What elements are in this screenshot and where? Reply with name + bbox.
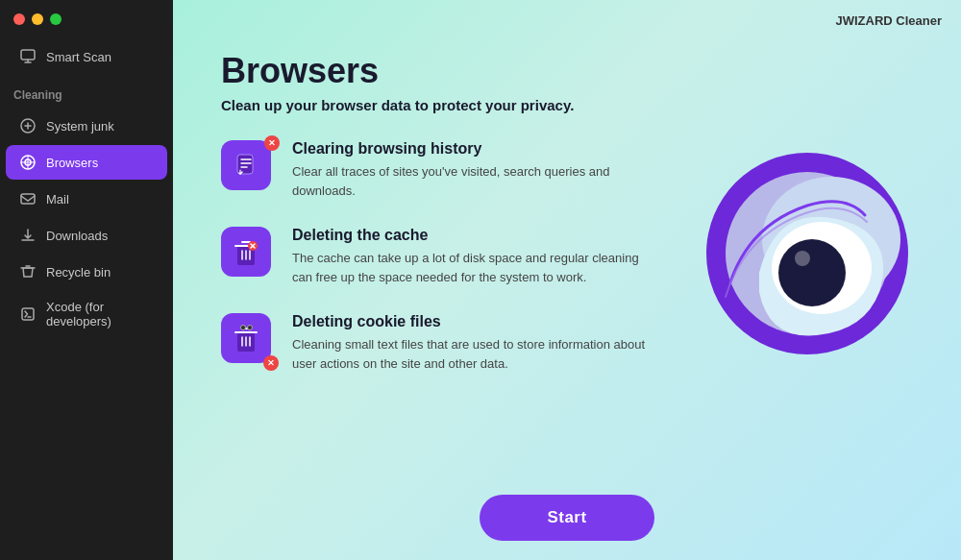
xcode-icon — [19, 305, 37, 323]
downloads-icon — [19, 227, 37, 244]
feature-text-history: Clearing browsing history Clear all trac… — [292, 140, 657, 200]
cache-icon-container — [221, 227, 275, 280]
monitor-icon — [19, 48, 37, 65]
feature-title-cookies: Deleting cookie files — [292, 313, 657, 330]
feature-desc-history: Clear all traces of sites you've visited… — [292, 162, 657, 200]
titlebar — [0, 0, 173, 38]
sidebar-item-system-junk-label: System junk — [46, 119, 114, 134]
svg-point-16 — [795, 251, 810, 266]
maximize-button[interactable] — [50, 13, 62, 25]
feature-item-cache: Deleting the cache The cache can take up… — [221, 227, 682, 286]
cookie-badge: ✕ — [263, 355, 279, 371]
sidebar-item-downloads[interactable]: Downloads — [6, 218, 167, 253]
start-button-container: Start — [173, 485, 961, 560]
sidebar: Smart Scan Cleaning System junk Browsers — [0, 0, 173, 560]
sidebar-item-smart-scan[interactable]: Smart Scan — [6, 39, 167, 74]
svg-rect-6 — [237, 155, 253, 174]
main-content: JWIZARD Cleaner Browsers Clean up your b… — [173, 0, 961, 560]
feature-text-cookies: Deleting cookie files Cleaning small tex… — [292, 313, 657, 373]
page-subtitle: Clean up your browser data to protect yo… — [221, 97, 682, 113]
history-icon-bg — [221, 140, 271, 190]
svg-rect-4 — [21, 194, 35, 204]
sidebar-item-browsers[interactable]: Browsers — [6, 145, 167, 180]
feature-title-cache: Deleting the cache — [292, 227, 657, 244]
close-button[interactable] — [13, 13, 25, 25]
sidebar-item-browsers-label: Browsers — [46, 156, 98, 170]
feature-title-history: Clearing browsing history — [292, 140, 657, 158]
mail-icon — [19, 190, 37, 207]
svg-point-15 — [778, 239, 846, 306]
svg-point-11 — [248, 326, 253, 330]
history-badge: ✕ — [264, 135, 280, 151]
sidebar-item-recycle-bin[interactable]: Recycle bin — [6, 255, 167, 289]
app-title: JWIZARD Cleaner — [835, 13, 942, 28]
main-header: JWIZARD Cleaner — [173, 0, 961, 41]
start-button[interactable]: Start — [480, 495, 653, 541]
feature-item-cookies: ✕ Deleting cookie files Cleaning small t… — [221, 313, 682, 373]
sidebar-item-downloads-label: Downloads — [46, 229, 108, 243]
cache-icon-bg — [221, 227, 271, 277]
cleaning-section-label: Cleaning — [0, 75, 173, 108]
feature-desc-cache: The cache can take up a lot of disk spac… — [292, 249, 657, 286]
feature-text-cache: Deleting the cache The cache can take up… — [292, 227, 657, 286]
feature-item-browsing-history: ✕ Clearing browsing history Clear all tr… — [221, 140, 682, 200]
page-title: Browsers — [221, 51, 682, 91]
main-body: Browsers Clean up your browser data to p… — [173, 41, 961, 485]
content-area: Browsers Clean up your browser data to p… — [221, 51, 682, 466]
browser-illustration — [702, 148, 913, 359]
sidebar-item-mail[interactable]: Mail — [6, 182, 167, 216]
sidebar-item-xcode-label: Xcode (for developers) — [46, 300, 154, 329]
feature-desc-cookies: Cleaning small text files that are used … — [292, 335, 657, 373]
recycle-bin-icon — [19, 263, 37, 280]
sidebar-item-smart-scan-label: Smart Scan — [46, 50, 111, 64]
cookie-icon-bg — [221, 313, 271, 363]
minimize-button[interactable] — [32, 13, 43, 25]
svg-rect-0 — [21, 50, 35, 60]
feature-list: ✕ Clearing browsing history Clear all tr… — [221, 140, 682, 373]
sidebar-item-xcode[interactable]: Xcode (for developers) — [6, 291, 167, 337]
sidebar-item-recycle-bin-label: Recycle bin — [46, 265, 111, 280]
system-junk-icon — [19, 117, 37, 134]
browsers-icon — [19, 154, 37, 171]
sidebar-item-mail-label: Mail — [46, 192, 69, 207]
svg-point-10 — [241, 326, 246, 330]
history-icon-container: ✕ — [221, 140, 275, 194]
sidebar-item-system-junk[interactable]: System junk — [6, 109, 167, 143]
cookie-icon-container: ✕ — [221, 313, 275, 367]
